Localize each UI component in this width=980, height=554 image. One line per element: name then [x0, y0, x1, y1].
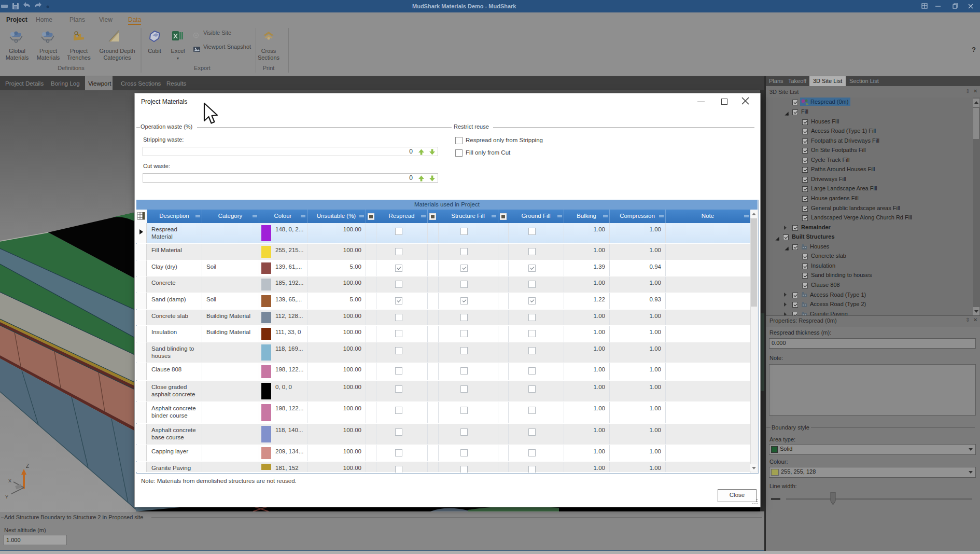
- svg-text:Y: Y: [5, 494, 8, 500]
- svg-text:X: X: [8, 478, 11, 483]
- svg-text:Z: Z: [26, 463, 29, 469]
